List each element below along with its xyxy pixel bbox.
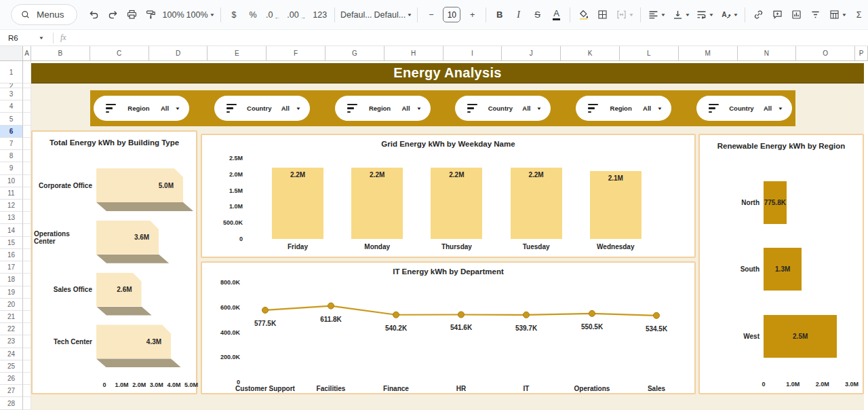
font-size-input[interactable]: 10 <box>443 7 460 22</box>
row-header-18[interactable]: 18 <box>0 274 23 286</box>
row-header-24[interactable]: 24 <box>0 348 23 360</box>
menus-search-pill[interactable]: Menus <box>11 4 77 25</box>
table-button[interactable]: ▼ <box>825 5 849 24</box>
column-header-K[interactable]: K <box>561 46 620 60</box>
filter-pill-2-country[interactable]: CountryAll▼ <box>214 96 310 121</box>
vertical-align-button[interactable]: ▼ <box>669 5 692 24</box>
cell-A3[interactable] <box>23 88 31 100</box>
cell-A26[interactable] <box>23 373 31 385</box>
cell-A12[interactable] <box>23 200 31 212</box>
cell-A6[interactable] <box>23 126 31 138</box>
functions-button[interactable]: Σ <box>850 5 868 24</box>
row-header-23[interactable]: 23 <box>0 335 23 348</box>
row-header-21[interactable]: 21 <box>0 311 23 323</box>
cell-A8[interactable] <box>23 150 31 162</box>
row-header-27[interactable]: 27 <box>0 385 23 397</box>
chart-region[interactable]: Renewable Energy kWh by RegionNorth775.8… <box>698 134 864 394</box>
insert-chart-button[interactable] <box>787 5 806 24</box>
row-header-14[interactable]: 14 <box>0 224 23 236</box>
decrease-font-size-button[interactable]: − <box>422 5 440 24</box>
redo-button[interactable] <box>104 5 122 24</box>
row-header-4[interactable]: 4 <box>0 100 23 113</box>
cell-A16[interactable] <box>23 249 31 261</box>
column-header-O[interactable]: O <box>796 46 855 60</box>
row-header-22[interactable]: 22 <box>0 323 23 335</box>
fx-icon[interactable]: fx <box>60 33 66 43</box>
borders-button[interactable] <box>593 5 612 24</box>
fill-color-button[interactable] <box>574 5 593 24</box>
row-header-9[interactable]: 9 <box>0 162 23 174</box>
italic-button[interactable]: I <box>509 5 528 24</box>
cell-A10[interactable] <box>23 175 31 187</box>
paint-format-button[interactable] <box>142 5 160 24</box>
cell-A23[interactable] <box>23 335 31 348</box>
column-header-I[interactable]: I <box>443 46 502 60</box>
cell-A28[interactable] <box>23 397 31 409</box>
cell-A11[interactable] <box>23 187 31 200</box>
row-header-3[interactable]: 3 <box>0 88 23 100</box>
text-color-button[interactable]: A <box>547 5 566 24</box>
cell-A22[interactable] <box>23 323 31 335</box>
row-header-26[interactable]: 26 <box>0 373 23 385</box>
dashboard-title-banner[interactable]: Energy Analysis <box>31 63 864 83</box>
text-wrap-button[interactable]: ▼ <box>693 5 717 24</box>
row-header-19[interactable]: 19 <box>0 286 23 299</box>
column-header-C[interactable]: C <box>90 46 149 60</box>
column-header-H[interactable]: H <box>384 46 443 60</box>
bold-button[interactable]: B <box>490 5 509 24</box>
filter-pill-5-region[interactable]: RegionAll▼ <box>576 96 671 121</box>
row-header-12[interactable]: 12 <box>0 200 23 212</box>
cell-A15[interactable] <box>23 237 31 249</box>
cell-A2[interactable] <box>23 83 31 88</box>
create-filter-button[interactable] <box>806 5 825 24</box>
zoom-select[interactable]: 100%100%▼ <box>161 5 216 24</box>
cell-A7[interactable] <box>23 138 31 150</box>
cell-A9[interactable] <box>23 162 31 174</box>
format-percent-button[interactable]: % <box>244 5 262 24</box>
filter-pill-1-region[interactable]: RegionAll▼ <box>94 96 189 121</box>
row-header-2[interactable]: 2 <box>0 83 23 88</box>
cell-A27[interactable] <box>23 385 31 397</box>
row-header-11[interactable]: 11 <box>0 187 23 200</box>
column-header-F[interactable]: F <box>267 46 326 60</box>
cell-A1[interactable] <box>23 61 31 83</box>
cell-A14[interactable] <box>23 224 31 236</box>
row-header-13[interactable]: 13 <box>0 212 23 224</box>
horizontal-align-button[interactable]: ▼ <box>645 5 669 24</box>
increase-font-size-button[interactable]: + <box>463 5 481 24</box>
row-header-5[interactable]: 5 <box>0 113 23 125</box>
row-header-28[interactable]: 28 <box>0 397 23 409</box>
column-header-D[interactable]: D <box>149 46 208 60</box>
cell-A13[interactable] <box>23 212 31 224</box>
cell-A18[interactable] <box>23 274 31 286</box>
row-header-15[interactable]: 15 <box>0 237 23 249</box>
row-header-17[interactable]: 17 <box>0 261 23 274</box>
row-header-16[interactable]: 16 <box>0 249 23 261</box>
column-header-J[interactable]: J <box>502 46 561 60</box>
undo-button[interactable] <box>85 5 103 24</box>
column-header-M[interactable]: M <box>679 46 738 60</box>
more-formats-button[interactable]: 123 <box>310 5 330 24</box>
font-select[interactable]: Defaul...Defaul...▼ <box>339 5 414 24</box>
cell-A20[interactable] <box>23 299 31 311</box>
row-header-8[interactable]: 8 <box>0 150 23 162</box>
row-header-10[interactable]: 10 <box>0 175 23 187</box>
column-header-B[interactable]: B <box>31 46 90 60</box>
cell-name-box[interactable]: R6 <box>0 34 39 42</box>
row-header-6[interactable]: 6 <box>0 126 23 138</box>
column-header-N[interactable]: N <box>738 46 797 60</box>
decrease-decimals-button[interactable]: .0← <box>263 5 283 24</box>
strikethrough-button[interactable]: S <box>528 5 547 24</box>
cell-A24[interactable] <box>23 348 31 360</box>
increase-decimals-button[interactable]: .00→ <box>284 5 309 24</box>
row-header-25[interactable]: 25 <box>0 360 23 373</box>
column-header-P[interactable]: P <box>855 46 868 60</box>
cell-A17[interactable] <box>23 261 31 274</box>
text-rotation-button[interactable]: A▼ <box>717 5 741 24</box>
row-header-1[interactable]: 1 <box>0 61 23 83</box>
cell-A5[interactable] <box>23 113 31 125</box>
column-header-G[interactable]: G <box>326 46 384 60</box>
cell-A19[interactable] <box>23 286 31 299</box>
filter-pill-3-region[interactable]: RegionAll▼ <box>335 96 431 121</box>
name-box-caret-icon[interactable]: ▼ <box>39 36 44 40</box>
